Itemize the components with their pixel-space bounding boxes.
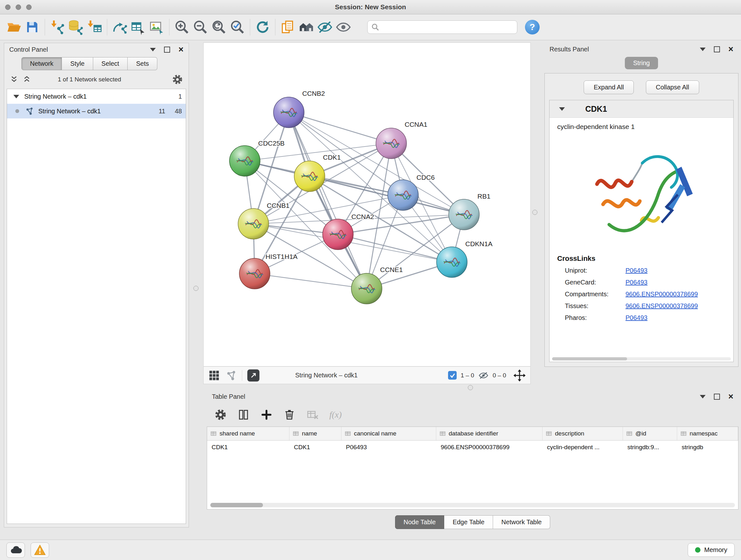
splitter-handle[interactable] (532, 210, 537, 215)
search-input[interactable] (367, 20, 517, 34)
network-canvas-svg[interactable]: CCNB2CCNA1CDC25BCDK1CDC6RB1CCNB1CCNA2CDK… (204, 43, 530, 366)
new-table-button[interactable] (129, 18, 147, 37)
node-details-header[interactable]: CDK1 (549, 100, 733, 118)
tab-select[interactable]: Select (93, 57, 128, 70)
network-node-ccne1[interactable] (351, 273, 382, 304)
home-button[interactable] (297, 18, 316, 37)
tab-style[interactable]: Style (62, 57, 93, 70)
table-row[interactable]: CDK1 CDK1 P06493 9606.ENSP00000378699 cy… (207, 441, 738, 454)
panel-float-icon[interactable] (714, 394, 720, 400)
panel-dock-icon[interactable] (150, 48, 156, 51)
network-options-gear-icon[interactable] (172, 74, 183, 85)
open-in-new-window-button[interactable] (247, 369, 259, 381)
network-collection-row[interactable]: String Network – cdk1 1 (7, 89, 186, 104)
tab-sets[interactable]: Sets (128, 57, 157, 70)
disclosure-triangle-icon[interactable] (13, 95, 19, 98)
cell-name[interactable]: CDK1 (289, 441, 341, 454)
save-session-button[interactable] (23, 18, 42, 37)
cell-database-identifier[interactable]: 9606.ENSP00000378699 (436, 441, 542, 454)
cell-canonical-name[interactable]: P06493 (341, 441, 436, 454)
warnings-button[interactable] (30, 543, 49, 558)
help-button[interactable]: ? (525, 20, 540, 35)
column-header-namespace[interactable]: namespac (677, 427, 738, 440)
export-image-button[interactable] (147, 18, 166, 37)
column-header-database-identifier[interactable]: database identifier (436, 427, 542, 440)
network-node-cdkn1a[interactable] (436, 247, 467, 277)
selected-checkbox[interactable] (448, 371, 457, 380)
network-node-rb1[interactable] (449, 199, 479, 230)
column-header-description[interactable]: description (542, 427, 623, 440)
splitter-handle[interactable] (193, 286, 199, 291)
zoom-in-button[interactable] (173, 18, 191, 37)
zoom-window-button[interactable] (26, 4, 31, 10)
expand-all-icon[interactable] (23, 75, 31, 84)
tab-network[interactable]: Network (21, 57, 62, 70)
disclosure-triangle-icon[interactable] (559, 107, 565, 111)
hidden-eye-slash-icon[interactable] (478, 370, 489, 381)
tab-node-table[interactable]: Node Table (395, 515, 445, 529)
network-edge[interactable] (289, 112, 367, 289)
network-node-ccna2[interactable] (323, 219, 353, 250)
table-options-gear-icon[interactable] (214, 409, 226, 421)
collapse-all-icon[interactable] (10, 75, 18, 84)
panel-close-icon[interactable]: × (179, 45, 184, 54)
import-network-file-button[interactable] (48, 18, 67, 37)
results-tab-string[interactable]: String (625, 57, 658, 69)
column-header-shared-name[interactable]: shared name (207, 427, 289, 440)
create-column-icon[interactable] (260, 409, 273, 421)
panel-close-icon[interactable]: × (728, 45, 733, 54)
minimize-window-button[interactable] (16, 4, 21, 10)
network-edge[interactable] (289, 112, 391, 143)
show-columns-icon[interactable] (238, 409, 250, 421)
memory-button[interactable]: Memory (688, 543, 735, 557)
network-node-hist1h1a[interactable] (239, 258, 270, 289)
scrollbar-thumb[interactable] (552, 357, 627, 361)
show-panels-button[interactable] (334, 18, 353, 37)
panel-float-icon[interactable] (164, 47, 170, 53)
column-header-name[interactable]: name (289, 427, 341, 440)
close-window-button[interactable] (5, 4, 10, 10)
panel-float-icon[interactable] (714, 46, 720, 52)
scrollbar-thumb[interactable] (210, 503, 263, 507)
network-node-cdk1[interactable] (294, 161, 325, 192)
network-node-ccnb1[interactable] (238, 208, 269, 239)
new-network-button[interactable] (111, 18, 129, 37)
crosslink-link[interactable]: P06493 (625, 279, 648, 286)
network-view[interactable]: CCNB2CCNA1CDC25BCDK1CDC6RB1CCNB1CCNA2CDK… (203, 43, 531, 367)
cell-description[interactable]: cyclin-dependent ... (542, 441, 623, 454)
open-session-button[interactable] (4, 18, 23, 37)
crosslink-link[interactable]: 9606.ENSP00000378699 (625, 291, 698, 298)
cloud-status-button[interactable] (6, 543, 25, 558)
tab-edge-table[interactable]: Edge Table (444, 515, 493, 529)
zoom-fit-button[interactable] (210, 18, 228, 37)
network-node-cdc25b[interactable] (229, 145, 260, 176)
cell-id[interactable]: stringdb:9... (623, 441, 677, 454)
cell-shared-name[interactable]: CDK1 (207, 441, 289, 454)
horizontal-scrollbar[interactable] (210, 503, 735, 507)
panel-close-icon[interactable]: × (728, 392, 733, 401)
collapse-all-button[interactable]: Collapse All (646, 80, 699, 94)
cell-namespace[interactable]: stringdb (677, 441, 738, 454)
tab-network-table[interactable]: Network Table (493, 515, 550, 529)
delete-column-icon[interactable] (283, 409, 295, 421)
splitter-handle[interactable] (468, 385, 473, 390)
network-node-cdc6[interactable] (388, 180, 418, 210)
crosslink-link[interactable]: 9606.ENSP00000378699 (625, 302, 698, 310)
network-node-ccnb2[interactable] (273, 97, 304, 128)
network-edge[interactable] (255, 273, 367, 289)
crosslink-link[interactable]: P06493 (625, 314, 648, 321)
zoom-out-button[interactable] (191, 18, 210, 37)
column-header-id[interactable]: @id (623, 427, 677, 440)
zoom-selected-button[interactable] (228, 18, 247, 37)
import-table-button[interactable] (85, 18, 104, 37)
network-row[interactable]: String Network – cdk1 11 48 (7, 104, 186, 118)
refresh-button[interactable] (253, 18, 272, 37)
expand-all-button[interactable]: Expand All (584, 80, 634, 94)
panel-dock-icon[interactable] (700, 48, 705, 51)
birds-eye-view-icon[interactable] (513, 369, 526, 382)
network-view-share-icon[interactable] (225, 370, 237, 381)
network-node-ccna1[interactable] (376, 128, 407, 159)
panel-dock-icon[interactable] (700, 395, 705, 398)
horizontal-scrollbar[interactable] (552, 357, 731, 361)
grid-view-icon[interactable] (208, 369, 220, 381)
